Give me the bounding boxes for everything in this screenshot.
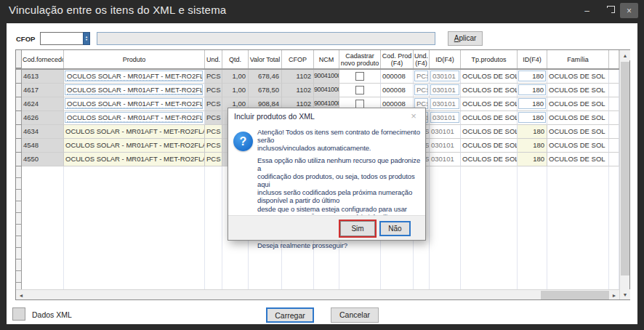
header-spacer bbox=[609, 50, 619, 68]
id-f4-2-cell[interactable]: 180 bbox=[518, 111, 547, 125]
cadastrar-novo-checkbox[interactable] bbox=[355, 72, 364, 81]
horizontal-scroll-thumb[interactable] bbox=[541, 291, 609, 299]
id-f4-input[interactable]: 030101 bbox=[430, 84, 459, 95]
window-title: Vinculação entre os itens do XML e siste… bbox=[9, 4, 226, 16]
header-und-f4[interactable]: Und. (F4) bbox=[414, 50, 430, 68]
load-button[interactable]: Carregar bbox=[266, 307, 314, 323]
titlebar: Vinculação entre os itens do XML e siste… bbox=[0, 0, 644, 23]
id-f4-cell[interactable]: 030101 bbox=[430, 111, 461, 125]
dialog-footer: Sim Não bbox=[228, 215, 425, 240]
id-f4-cell: 030101 bbox=[430, 125, 461, 139]
produto-input[interactable]: OCULOS SOLAR - MR01AFT - MET-RO2FLAT-BLA… bbox=[65, 71, 203, 81]
row-spacer-cell bbox=[609, 125, 619, 139]
id-f4-2-input[interactable]: 180 bbox=[518, 98, 546, 109]
header-cod-fornecedor[interactable]: Cod.fornecedor bbox=[22, 50, 64, 68]
produto-cell[interactable]: OCULOS SOLAR - MR01AFT - MET-RO2FLAT-BLA… bbox=[64, 84, 205, 97]
cfop-input[interactable] bbox=[40, 32, 84, 45]
und-cell: PCS bbox=[205, 111, 222, 125]
cod-fornecedor-cell: 4624 bbox=[22, 97, 64, 111]
table-row: 4617OCULOS SOLAR - MR01AFT - MET-RO2FLAT… bbox=[16, 84, 619, 97]
tp-produtos-cell: OCULOS DE SOL bbox=[461, 139, 518, 153]
row-selector[interactable] bbox=[16, 111, 22, 125]
header-und[interactable]: Und. bbox=[205, 50, 222, 68]
header-cod-prod-f4[interactable]: Cod. Prod (F4) bbox=[381, 50, 414, 68]
row-spacer-cell bbox=[609, 153, 619, 166]
apply-button[interactable]: Aplicar bbox=[448, 31, 483, 46]
cod-prod-f4-cell: 000008 bbox=[381, 70, 414, 84]
header-produto[interactable]: Produto bbox=[64, 50, 205, 68]
id-f4-cell[interactable]: 030101 bbox=[430, 84, 461, 97]
cfop-description-input[interactable] bbox=[97, 32, 435, 45]
id-f4-2-cell[interactable]: 180 bbox=[518, 84, 547, 97]
id-f4-2-cell[interactable]: 180 bbox=[518, 97, 547, 111]
row-selector[interactable] bbox=[16, 84, 22, 97]
produto-cell[interactable]: OCULOS SOLAR - MR01AFT - MET-RO2FLAT-BLA… bbox=[64, 70, 205, 84]
und-cell: PCS bbox=[205, 139, 222, 153]
familia-cell: OCULOS DE SOL bbox=[547, 125, 609, 139]
vertical-scroll-thumb[interactable] bbox=[621, 62, 629, 275]
id-f4-2-input[interactable]: 180 bbox=[518, 71, 546, 81]
und-f4-cell[interactable]: PCS bbox=[414, 70, 430, 84]
produto-cell[interactable]: OCULOS SOLAR - MR01AFT - MET-RO2FLAT-BLA… bbox=[64, 97, 205, 111]
produto-input[interactable]: OCULOS SOLAR - MR01AFT - MET-RO2FLAT-BLA… bbox=[65, 98, 203, 109]
scroll-up-icon[interactable]: ▲ bbox=[620, 50, 630, 60]
cfop-cell: 1102 bbox=[282, 84, 314, 97]
qtd-cell: 1,00 bbox=[222, 84, 249, 97]
scroll-left-icon[interactable]: ◄ bbox=[16, 290, 26, 300]
id-f4-2-cell[interactable]: 180 bbox=[518, 70, 547, 84]
row-selector[interactable] bbox=[16, 139, 22, 153]
question-icon: ? bbox=[233, 132, 253, 151]
dialog-question: Deseja realmente prosseguir? bbox=[257, 241, 423, 249]
vertical-scrollbar[interactable]: ▲ ▼ bbox=[619, 50, 629, 299]
produto-input[interactable]: OCULOS SOLAR - MR01AFT - MET-RO2FLAT-BLA… bbox=[65, 84, 203, 95]
row-selector[interactable] bbox=[16, 125, 22, 139]
scroll-down-icon[interactable]: ▼ bbox=[620, 289, 630, 299]
empty-column bbox=[205, 166, 222, 290]
id-f4-input[interactable]: 030101 bbox=[430, 98, 459, 109]
id-f4-input[interactable]: 030101 bbox=[430, 112, 459, 123]
no-button[interactable]: Não bbox=[379, 221, 411, 236]
id-f4-2-input[interactable]: 180 bbox=[518, 84, 546, 95]
yes-button[interactable]: Sim bbox=[340, 221, 375, 236]
minimize-button[interactable]: – bbox=[578, 3, 596, 18]
cadastrar-novo-checkbox[interactable] bbox=[355, 86, 364, 94]
row-selector[interactable] bbox=[16, 153, 22, 166]
header-id-f4-2[interactable]: ID(F4) bbox=[518, 50, 547, 68]
header-qtd[interactable]: Qtd. bbox=[222, 50, 249, 68]
cancel-button[interactable]: Cancelar bbox=[331, 307, 379, 323]
close-button[interactable]: × bbox=[620, 3, 638, 18]
produto-input[interactable]: OCULOS SOLAR - MR01AFT - MET-RO2FLAT-BLA… bbox=[65, 112, 203, 123]
header-valor-total[interactable]: Valor Total bbox=[249, 50, 282, 68]
id-f4-2-cell: 180 bbox=[518, 125, 547, 139]
header-cadastrar-novo[interactable]: Cadastrar novo produto bbox=[339, 50, 381, 68]
und-f4-input[interactable]: PCS bbox=[414, 84, 428, 95]
row-selector[interactable] bbox=[16, 97, 22, 111]
id-f4-input[interactable]: 030101 bbox=[430, 71, 459, 81]
cfop-lookup-button[interactable]: ▲▼ bbox=[83, 32, 90, 45]
cod-fornecedor-cell: 4548 bbox=[22, 139, 64, 153]
produto-cell[interactable]: OCULOS SOLAR - MR01AFT - MET-RO2FLAT-BLA… bbox=[64, 111, 205, 125]
row-selector[interactable] bbox=[16, 70, 22, 84]
header-cfop[interactable]: CFOP bbox=[282, 50, 314, 68]
restore-button[interactable] bbox=[599, 3, 617, 18]
id-f4-cell[interactable]: 030101 bbox=[430, 97, 461, 111]
header-tp-produtos[interactable]: Tp.produtos bbox=[461, 50, 518, 68]
header-ncm[interactable]: NCM bbox=[314, 50, 339, 68]
cod-fornecedor-cell: 4550 bbox=[22, 153, 64, 166]
cfop-label: CFOP bbox=[16, 35, 35, 43]
dados-xml-checkbox[interactable] bbox=[12, 307, 25, 321]
header-id-f4[interactable]: ID(F4) bbox=[430, 50, 461, 68]
id-f4-cell: 030101 bbox=[430, 139, 461, 153]
und-f4-cell[interactable]: PCS bbox=[414, 84, 430, 97]
ncm-cell: 90041000 bbox=[314, 84, 339, 97]
horizontal-scrollbar[interactable]: ◄ ► bbox=[16, 289, 619, 299]
und-f4-input[interactable]: PCS bbox=[414, 71, 428, 81]
familia-cell: OCULOS DE SOL bbox=[547, 111, 609, 125]
produto-cell: OCULOS SOLAR - MR01AFT - MET-RO2FLAT-BLA… bbox=[64, 153, 205, 166]
empty-column bbox=[609, 166, 619, 290]
id-f4-2-input[interactable]: 180 bbox=[518, 112, 546, 123]
id-f4-cell[interactable]: 030101 bbox=[430, 70, 461, 84]
scroll-right-icon[interactable]: ► bbox=[609, 290, 619, 300]
header-familia[interactable]: Família bbox=[547, 50, 609, 68]
dialog-close-icon[interactable]: × bbox=[408, 110, 419, 122]
